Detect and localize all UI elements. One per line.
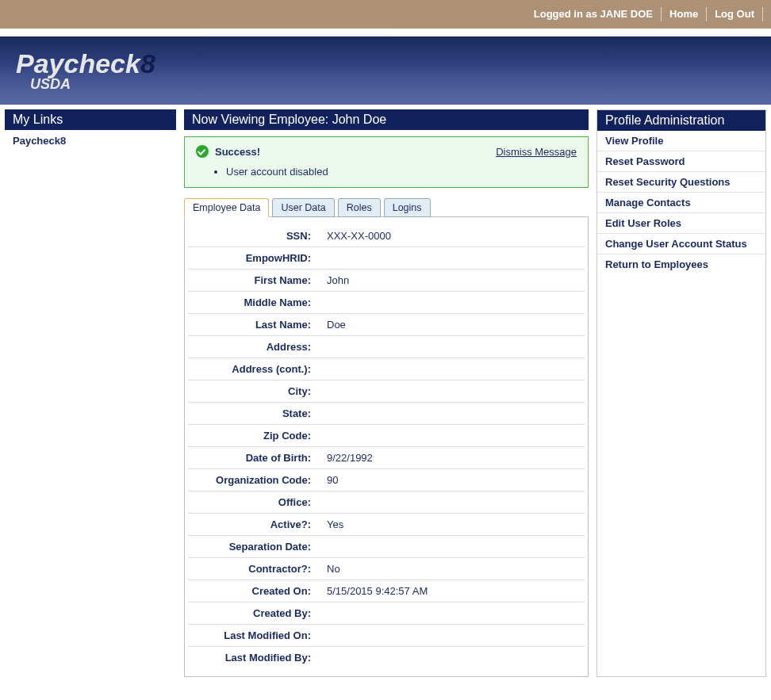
home-link[interactable]: Home [662,7,707,21]
admin-reset-password[interactable]: Reset Password [597,151,765,172]
field-label: Last Name: [188,314,319,336]
profile-admin-title: Profile Administration [597,110,765,131]
table-row: Created On:5/15/2015 9:42:57 AM [188,580,585,602]
sidebar-right: Profile Administration View Profile Rese… [596,109,766,677]
success-message-text: User account disabled [226,166,577,178]
admin-change-user-account-status[interactable]: Change User Account Status [597,234,765,254]
admin-return-to-employees[interactable]: Return to Employees [597,254,765,274]
field-label: Created By: [188,602,319,625]
table-row: Separation Date: [188,536,585,558]
field-label: EmpowHRID: [188,247,319,270]
sidebar-left: My Links Paycheck8 [5,109,176,677]
mylinks-list: Paycheck8 [5,130,176,151]
field-value [319,336,585,358]
field-value [319,381,585,403]
table-row: Contractor?:No [188,558,585,580]
tab-user-data[interactable]: User Data [272,198,334,217]
field-value [319,536,585,558]
field-label: Date of Birth: [188,447,319,469]
field-value: No [319,558,585,580]
admin-edit-user-roles[interactable]: Edit User Roles [597,213,765,234]
tabs-row: Employee Data User Data Roles Logins [184,197,589,216]
field-label: Organization Code: [188,469,319,492]
banner: Paycheck8 USDA [0,36,771,105]
employee-data-table: SSN:XXX-XX-0000EmpowHRID:First Name:John… [188,225,585,668]
tab-body: SSN:XXX-XX-0000EmpowHRID:First Name:John… [184,216,589,677]
table-row: Middle Name: [188,292,585,314]
success-label: Success! [215,146,260,158]
table-row: State: [188,403,585,425]
field-value: 90 [319,469,585,492]
field-label: Created On: [188,580,319,602]
field-value [319,602,585,625]
table-row: Office: [188,492,585,514]
table-row: Zip Code: [188,425,585,447]
sidebar-item-paycheck8[interactable]: Paycheck8 [5,130,176,151]
tab-logins[interactable]: Logins [384,198,431,217]
field-label: Office: [188,492,319,514]
logo-eight: 8 [140,48,155,78]
tab-roles[interactable]: Roles [338,198,381,217]
table-row: EmpowHRID: [188,247,585,270]
table-row: Organization Code:90 [188,469,585,492]
profile-admin-list: View Profile Reset Password Reset Securi… [597,131,765,274]
field-value [319,292,585,314]
field-value: XXX-XX-0000 [319,225,585,247]
field-value: 5/15/2015 9:42:57 AM [319,580,585,602]
logo-text: Paycheck [16,48,140,78]
success-message-box: Success! Dismiss Message User account di… [184,136,589,188]
tab-employee-data[interactable]: Employee Data [184,198,269,217]
admin-reset-security-questions[interactable]: Reset Security Questions [597,172,765,193]
field-value [319,358,585,381]
table-row: Address (cont.): [188,358,585,381]
topbar: Logged in as JANE DOE Home Log Out [0,0,771,29]
check-circle-icon [196,145,209,158]
field-value [319,403,585,425]
table-row: Last Modified By: [188,647,585,669]
field-label: Address (cont.): [188,358,319,381]
field-value [319,247,585,270]
field-value: 9/22/1992 [319,447,585,469]
table-row: Address: [188,336,585,358]
field-label: State: [188,403,319,425]
field-value: Yes [319,514,585,536]
field-label: Separation Date: [188,536,319,558]
page-title: Now Viewing Employee: John Doe [184,109,589,130]
field-label: Zip Code: [188,425,319,447]
field-value [319,625,585,647]
admin-view-profile[interactable]: View Profile [597,131,765,151]
field-label: Active?: [188,514,319,536]
table-row: Date of Birth:9/22/1992 [188,447,585,469]
field-label: Last Modified On: [188,625,319,647]
table-row: First Name:John [188,270,585,292]
main-column: Now Viewing Employee: John Doe Success! … [184,109,589,677]
table-row: Last Modified On: [188,625,585,647]
field-value: John [319,270,585,292]
table-row: Last Name:Doe [188,314,585,336]
table-row: SSN:XXX-XX-0000 [188,225,585,247]
dismiss-message-link[interactable]: Dismiss Message [496,146,577,158]
field-value [319,647,585,669]
field-value: Doe [319,314,585,336]
loggedin-label: Logged in as JANE DOE [526,7,662,21]
field-label: Middle Name: [188,292,319,314]
field-value [319,492,585,514]
field-label: Last Modified By: [188,647,319,669]
table-row: Active?:Yes [188,514,585,536]
field-label: SSN: [188,225,319,247]
field-value [319,425,585,447]
field-label: Address: [188,336,319,358]
field-label: City: [188,381,319,403]
field-label: Contractor?: [188,558,319,580]
logout-link[interactable]: Log Out [707,7,763,21]
field-label: First Name: [188,270,319,292]
logo-usda: USDA [30,76,155,93]
table-row: City: [188,381,585,403]
mylinks-title: My Links [5,109,176,130]
admin-manage-contacts[interactable]: Manage Contacts [597,193,765,213]
table-row: Created By: [188,602,585,625]
